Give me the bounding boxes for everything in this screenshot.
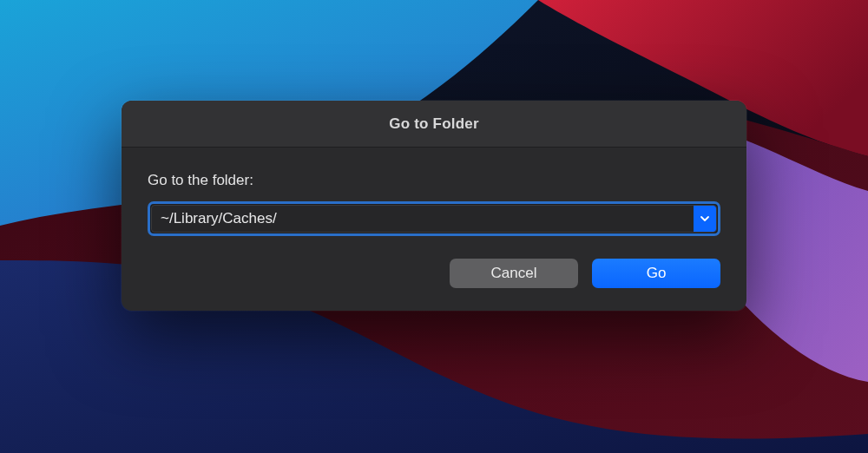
path-combo-focus-ring: [148, 201, 720, 236]
go-to-folder-dialog: Go to Folder Go to the folder: Cancel Go: [122, 101, 746, 311]
go-button[interactable]: Go: [592, 259, 720, 288]
path-history-dropdown[interactable]: [694, 206, 716, 232]
path-input[interactable]: [152, 206, 694, 232]
dialog-title: Go to Folder: [389, 115, 478, 133]
path-field-label: Go to the folder:: [148, 172, 720, 189]
dialog-body: Go to the folder: Cancel Go: [122, 148, 746, 311]
cancel-button[interactable]: Cancel: [450, 259, 578, 288]
path-combo: [151, 205, 717, 233]
dialog-button-row: Cancel Go: [148, 259, 720, 288]
dialog-titlebar[interactable]: Go to Folder: [122, 101, 746, 148]
chevron-down-icon: [700, 213, 710, 224]
